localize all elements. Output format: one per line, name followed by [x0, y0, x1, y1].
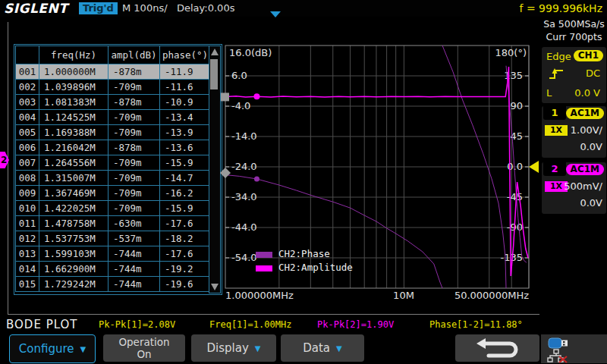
table-cell: -16.2	[160, 186, 211, 201]
table-scrollbar[interactable]	[209, 46, 221, 293]
meas-freq1: Freq[1]=1.00MHz	[209, 319, 291, 330]
sample-rate: Sa 500MSa/s	[542, 17, 606, 30]
svg-text:0.0: 0.0	[507, 161, 523, 172]
table-cell: 1.039896M	[39, 80, 109, 95]
table-row[interactable]: 0011.000000M-878m-11.9	[16, 64, 211, 80]
svg-text:-44.0: -44.0	[231, 221, 257, 233]
table-row[interactable]: 0101.422025M-709m-15.9	[16, 201, 211, 216]
operation-button[interactable]: Operation On	[103, 334, 185, 362]
table-cell: -709m	[109, 155, 160, 171]
scrollbar-thumb[interactable]	[210, 59, 218, 89]
trigger-position-marker-icon[interactable]	[270, 11, 281, 17]
scrollbar-down-icon[interactable]	[211, 284, 219, 290]
return-icon	[473, 337, 522, 359]
channel-1-panel[interactable]: 1 AC1M 1X 1.00V/ 0.0V	[542, 106, 606, 158]
table-cell: -18.2	[160, 231, 211, 246]
meas-pkpk2: Pk-Pk[2]=1.90V	[317, 319, 394, 330]
table-cell: 1.662900M	[39, 262, 109, 277]
table-cell: -13.9	[160, 125, 211, 140]
table-row[interactable]: 0071.264556M-709m-15.9	[16, 155, 211, 171]
table-row[interactable]: 0081.315007M-709m-14.7	[16, 171, 211, 186]
display-button[interactable]: Display ▼	[191, 334, 276, 362]
table-cell: -15.9	[160, 201, 211, 216]
channel-2-tab[interactable]: 2	[543, 162, 566, 176]
table-cell: 010	[16, 201, 39, 216]
table-cell: -537m	[109, 231, 160, 246]
table-cell: -744m	[109, 262, 160, 277]
y-axis-right-label: 180(°)	[486, 47, 527, 58]
table-cell: -17.6	[160, 216, 211, 231]
status-icon-panel	[541, 334, 607, 363]
table-row[interactable]: 0141.662900M-744m-19.2	[16, 262, 211, 277]
table-cell: 1.081383M	[39, 95, 109, 110]
legend-phase-label: CH2:Phase	[278, 248, 330, 259]
data-button[interactable]: Data ▼	[281, 334, 364, 362]
channel-1-tab[interactable]: 1	[543, 106, 566, 120]
table-row[interactable]: 0151.729242M-744m-19.6	[16, 277, 211, 292]
table-row[interactable]: 0111.478758M-630m-17.6	[16, 216, 211, 231]
usb-icon	[548, 337, 568, 349]
table-cell: -19.6	[160, 277, 211, 292]
legend-amplitude-label: CH2:Amplitude	[278, 262, 353, 273]
table-cell: 001	[16, 64, 39, 80]
channel-2-offset: 0.0V	[580, 197, 602, 209]
scrollbar-up-icon[interactable]	[211, 49, 219, 55]
table-cell: -10.9	[160, 95, 211, 110]
y-axis-left-label: 16.0(dB)	[229, 47, 272, 58]
table-cell: -878m	[109, 64, 160, 80]
channel-1-offset: 0.0V	[580, 141, 602, 152]
channel-1-scale: 1.00V/	[571, 124, 602, 136]
table-cell: -14.7	[160, 171, 211, 186]
table-cell: 012	[16, 231, 39, 246]
configure-button[interactable]: Configure ▼	[9, 334, 96, 363]
channel-2-panel[interactable]: 2 AC1M 1X 500mV/ 0.0V	[542, 162, 606, 214]
trigger-level-label: L	[546, 87, 552, 99]
lan-icon	[546, 349, 569, 363]
svg-text:90: 90	[510, 100, 523, 111]
table-row[interactable]: 0121.537753M-537m-18.2	[16, 231, 211, 246]
table-cell: -15.9	[160, 155, 211, 171]
table-row[interactable]: 0061.216042M-878m-13.6	[16, 140, 211, 155]
table-header: ampl(dB)	[109, 46, 160, 64]
return-button[interactable]	[455, 334, 539, 362]
channel-1-coupling-badge: AC1M	[566, 108, 604, 119]
trigger-status-badge: Trig'd	[79, 2, 118, 14]
top-status-bar: SIGLENT Trig'd M 100ns/ Delay:0.00s f = …	[0, 0, 607, 17]
chevron-down-icon: ▼	[255, 344, 261, 353]
table-row[interactable]: 0131.599103M-744m-17.6	[16, 246, 211, 262]
table-cell: 1.729242M	[39, 277, 109, 292]
table-row[interactable]: 0051.169388M-709m-13.9	[16, 125, 211, 140]
meas-phase12: Phase[1-2]=11.88°	[429, 319, 523, 330]
table-cell: 007	[16, 155, 39, 171]
delay-readout[interactable]: Delay:0.00s	[177, 2, 234, 14]
x-axis-end-label: 50.000000MHz	[453, 290, 529, 301]
table-cell: -709m	[109, 80, 160, 95]
trigger-panel[interactable]: Edge CH1 DC L 0.0 V	[542, 47, 606, 103]
trigger-source-badge: CH1	[574, 50, 603, 61]
table-cell: 014	[16, 262, 39, 277]
table-cell: 1.422025M	[39, 201, 109, 216]
rising-edge-icon	[548, 67, 565, 80]
channel-2-scale: 500mV/	[564, 180, 602, 192]
table-cell: -17.6	[160, 246, 211, 262]
table-cell: -878m	[109, 95, 160, 110]
table-cell: -13.4	[160, 110, 211, 125]
table-header: phase(°)	[160, 46, 211, 64]
trigger-type: Edge	[546, 51, 571, 62]
timebase-readout[interactable]: M 100ns/	[122, 2, 168, 14]
table-row[interactable]: 0031.081383M-878m-10.9	[16, 95, 211, 110]
oscilloscope-screen: SIGLENT Trig'd M 100ns/ Delay:0.00s f = …	[0, 0, 607, 364]
display-label: Display	[207, 341, 249, 355]
table-row[interactable]: 0091.367469M-709m-16.2	[16, 186, 211, 201]
svg-text:6.0: 6.0	[231, 70, 247, 81]
configure-label: Configure	[19, 342, 74, 356]
table-cell: -709m	[109, 186, 160, 201]
table-cell: 1.315007M	[39, 171, 109, 186]
table-cell: -13.6	[160, 140, 211, 155]
channel-1-probe-badge: 1X	[545, 125, 568, 136]
table-cell: 002	[16, 80, 39, 95]
table-cell: 1.124525M	[39, 110, 109, 125]
table-row[interactable]: 0021.039896M-709m-11.6	[16, 80, 211, 95]
table-row[interactable]: 0041.124525M-709m-13.4	[16, 110, 211, 125]
plot-legend: CH2:Phase CH2:Amplitude	[256, 247, 353, 275]
